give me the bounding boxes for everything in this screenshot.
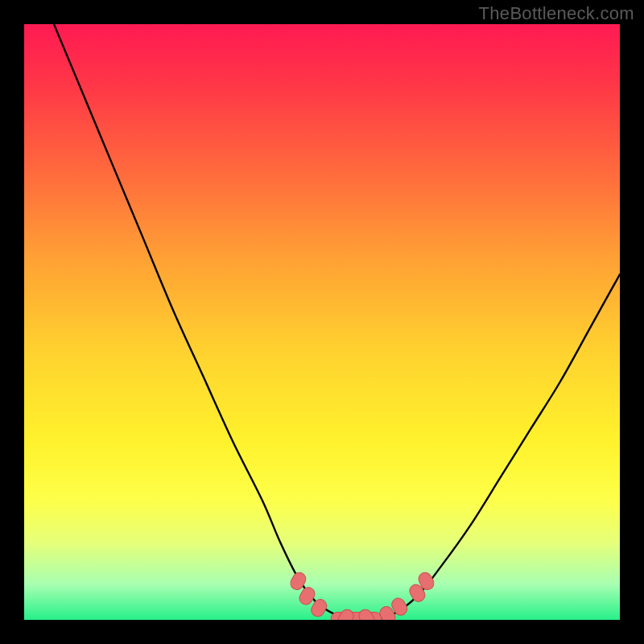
- curve-markers: [288, 570, 436, 620]
- bottleneck-curve-svg: [24, 24, 620, 620]
- bottleneck-curve-path: [54, 24, 620, 620]
- plot-area: [24, 24, 620, 620]
- chart-frame: TheBottleneck.com: [0, 0, 644, 644]
- watermark-text: TheBottleneck.com: [479, 3, 634, 24]
